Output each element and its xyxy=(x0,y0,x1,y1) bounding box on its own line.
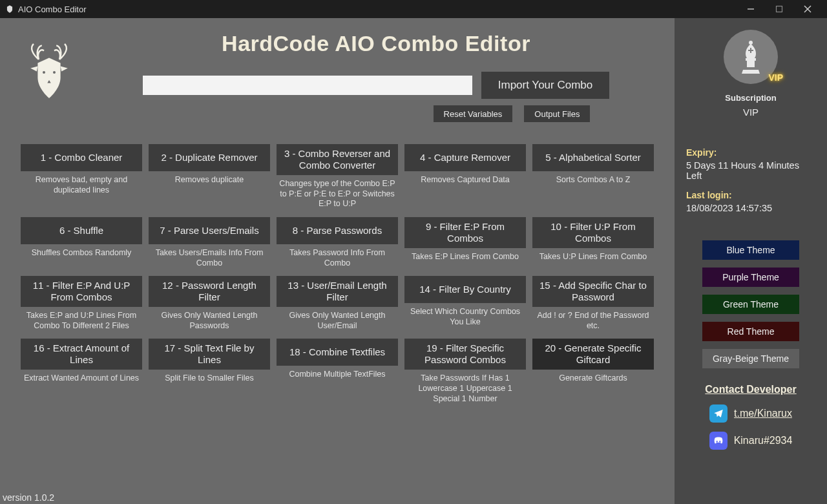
tool-cell: 7 - Parse Users/EmailsTakes Users/Emails… xyxy=(149,217,270,268)
tool-cell: 10 - Filter U:P From CombosTakes U:P Lin… xyxy=(532,217,654,268)
tool-cell: 2 - Duplicate RemoverRemoves duplicate xyxy=(149,144,270,209)
tool-cell: 20 - Generate Specific GiftcardGenerate … xyxy=(532,339,654,404)
tool-button[interactable]: 18 - Combine Textfiles xyxy=(277,339,398,366)
window-minimize-button[interactable] xyxy=(737,0,765,18)
tool-description: Extract Wanted Amount of Lines xyxy=(24,373,139,384)
expiry-value: 5 Days 11 Hours 4 Minutes Left xyxy=(686,160,815,181)
import-combo-button[interactable]: Import Your Combo xyxy=(481,72,609,99)
tool-description: Takes E:P Lines From Combo xyxy=(412,252,519,262)
tool-cell: 6 - ShuffleShuffles Combos Randomly xyxy=(21,217,142,268)
tool-button[interactable]: 5 - Alphabetical Sorter xyxy=(532,144,654,171)
sidebar: VIP Subscription VIP Expiry: 5 Days 11 H… xyxy=(675,18,827,504)
tool-cell: 12 - Password Length FilterGives Only Wa… xyxy=(149,276,270,331)
window-title: AIO Combo Editor xyxy=(18,5,87,14)
window-close-button[interactable] xyxy=(793,0,822,18)
contact-telegram[interactable]: t.me/Kinarux xyxy=(709,404,792,423)
tool-description: Combine Multiple TextFiles xyxy=(289,370,385,380)
tool-cell: 16 - Extract Amount of LinesExtract Want… xyxy=(21,339,142,404)
telegram-icon xyxy=(709,404,728,423)
tool-button[interactable]: 2 - Duplicate Remover xyxy=(149,144,270,171)
tool-description: Split File to Smaller Files xyxy=(165,373,254,384)
reset-variables-button[interactable]: Reset Variables xyxy=(434,105,513,122)
tool-cell: 18 - Combine TextfilesCombine Multiple T… xyxy=(277,339,398,404)
tool-description: Gives Only Wanted Length User/Email xyxy=(277,311,398,331)
app-icon xyxy=(5,5,14,14)
app-logo xyxy=(10,27,88,105)
contact-discord[interactable]: Kinaru#2934 xyxy=(709,432,793,450)
tool-button[interactable]: 9 - Filter E:P From Combos xyxy=(404,217,526,248)
expiry-label: Expiry: xyxy=(686,147,815,158)
svg-point-5 xyxy=(52,70,56,74)
tool-button[interactable]: 14 - Filter By Country xyxy=(404,276,526,303)
tool-button[interactable]: 1 - Combo Cleaner xyxy=(21,144,142,171)
tool-button[interactable]: 8 - Parse Passwords xyxy=(277,217,398,244)
theme-red-button[interactable]: Red Theme xyxy=(702,322,799,341)
tool-cell: 9 - Filter E:P From CombosTakes E:P Line… xyxy=(404,217,526,268)
tool-description: Takes E:P and U:P Lines From Combo To Di… xyxy=(21,311,142,331)
theme-purple-button[interactable]: Purple Theme xyxy=(702,268,799,287)
discord-icon xyxy=(709,432,728,450)
main-panel: HardCode AIO Combo Editor Import Your Co… xyxy=(0,18,675,504)
tool-description: Generate Giftcards xyxy=(559,373,627,384)
last-login-label: Last login: xyxy=(686,190,815,200)
tool-button[interactable]: 3 - Combo Reverser and Combo Converter xyxy=(277,144,398,175)
version-label: version 1.0.2 xyxy=(3,492,54,503)
tool-button[interactable]: 6 - Shuffle xyxy=(21,217,142,244)
tool-cell: 15 - Add Specific Char to PasswordAdd ! … xyxy=(532,276,654,331)
tool-cell: 17 - Split Text File by LinesSplit File … xyxy=(149,339,270,404)
tool-button[interactable]: 4 - Capture Remover xyxy=(404,144,526,171)
tool-description: Changes type of the Combo E:P to P:E or … xyxy=(277,179,398,209)
tool-cell: 8 - Parse PasswordsTakes Password Info F… xyxy=(277,217,398,268)
tool-button[interactable]: 13 - User/Email Length Filter xyxy=(277,276,398,307)
page-title: HardCode AIO Combo Editor xyxy=(222,31,530,56)
tool-description: Select Which Country Combos You Like xyxy=(404,307,526,327)
tool-button[interactable]: 11 - Filter E:P And U:P From Combos xyxy=(21,276,142,307)
tool-cell: 1 - Combo CleanerRemoves bad, empty and … xyxy=(21,144,142,209)
tool-description: Takes Password Info From Combo xyxy=(277,248,398,268)
svg-point-4 xyxy=(42,70,46,74)
tool-cell: 19 - Filter Specific Password CombosTake… xyxy=(404,339,526,404)
tool-grid: 1 - Combo CleanerRemoves bad, empty and … xyxy=(10,144,664,404)
tool-description: Removes bad, empty and duplicated lines xyxy=(21,175,142,195)
tool-button[interactable]: 12 - Password Length Filter xyxy=(149,276,270,307)
telegram-link-text: t.me/Kinarux xyxy=(734,408,792,419)
subscription-value: VIP xyxy=(743,107,759,118)
tool-cell: 13 - User/Email Length FilterGives Only … xyxy=(277,276,398,331)
tool-button[interactable]: 7 - Parse Users/Emails xyxy=(149,217,270,244)
window-maximize-button[interactable] xyxy=(765,0,793,18)
theme-blue-button[interactable]: Blue Theme xyxy=(702,240,799,260)
tool-description: Removes duplicate xyxy=(175,175,244,185)
subscription-label: Subscription xyxy=(725,93,776,103)
tool-cell: 3 - Combo Reverser and Combo ConverterCh… xyxy=(277,144,398,209)
theme-green-button[interactable]: Green Theme xyxy=(702,295,799,314)
tool-button[interactable]: 16 - Extract Amount of Lines xyxy=(21,339,142,370)
theme-gray-button[interactable]: Gray-Beige Theme xyxy=(702,349,799,368)
vip-badge: VIP xyxy=(768,72,783,83)
tool-description: Add ! or ? End of the Password etc. xyxy=(532,311,654,331)
output-files-button[interactable]: Output Files xyxy=(524,105,590,122)
tool-cell: 5 - Alphabetical SorterSorts Combos A to… xyxy=(532,144,654,209)
tool-cell: 14 - Filter By CountrySelect Which Count… xyxy=(404,276,526,331)
tool-description: Take Passwords If Has 1 Lowercase 1 Uppe… xyxy=(404,373,526,404)
tool-button[interactable]: 19 - Filter Specific Password Combos xyxy=(404,339,526,370)
tool-description: Removes Captured Data xyxy=(421,175,510,185)
contact-developer-title: Contact Developer xyxy=(705,384,796,395)
svg-rect-7 xyxy=(746,58,756,61)
combo-path-input[interactable] xyxy=(143,76,472,95)
tool-button[interactable]: 20 - Generate Specific Giftcard xyxy=(532,339,654,370)
svg-rect-8 xyxy=(747,61,755,67)
tool-description: Gives Only Wanted Length Passwords xyxy=(149,311,270,331)
window-titlebar: AIO Combo Editor xyxy=(0,0,827,18)
tool-description: Takes Users/Emails Info From Combo xyxy=(149,248,270,268)
tool-description: Sorts Combos A to Z xyxy=(556,175,631,185)
tool-description: Shuffles Combos Randomly xyxy=(32,248,132,258)
last-login-value: 18/08/2023 14:57:35 xyxy=(686,203,815,213)
svg-rect-1 xyxy=(777,6,782,12)
tool-button[interactable]: 15 - Add Specific Char to Password xyxy=(532,276,654,307)
discord-tag-text: Kinaru#2934 xyxy=(734,435,793,446)
tool-button[interactable]: 17 - Split Text File by Lines xyxy=(149,339,270,370)
tool-cell: 11 - Filter E:P And U:P From CombosTakes… xyxy=(21,276,142,331)
tool-description: Takes U:P Lines From Combo xyxy=(539,252,647,262)
tool-button[interactable]: 10 - Filter U:P From Combos xyxy=(532,217,654,248)
tool-cell: 4 - Capture RemoverRemoves Captured Data xyxy=(404,144,526,209)
